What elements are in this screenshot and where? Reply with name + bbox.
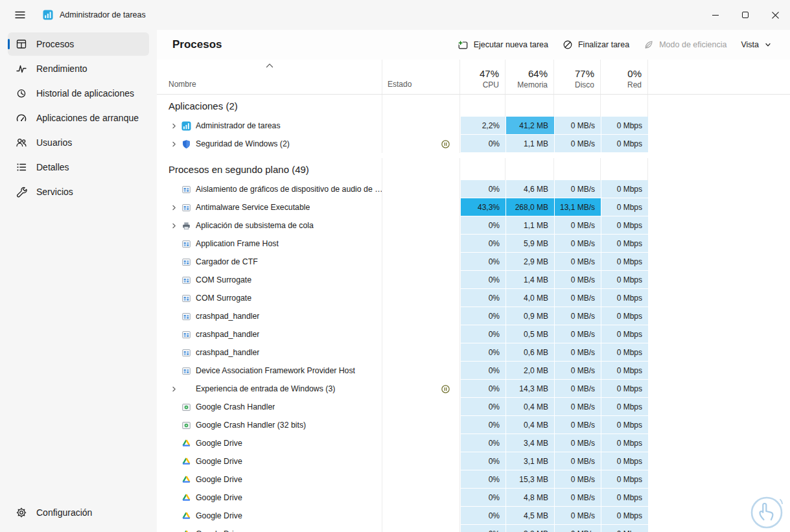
column-header-memoria[interactable]: 64% Memoria bbox=[505, 60, 554, 94]
expand-chevron-icon[interactable] bbox=[170, 122, 181, 130]
process-row[interactable]: Aplicación de subsistema de cola0%1,1 MB… bbox=[157, 216, 790, 235]
process-row[interactable]: Antimalware Service Executable43,3%268,0… bbox=[157, 198, 790, 216]
process-row[interactable]: Experiencia de entrada de Windows (3)0%1… bbox=[157, 380, 790, 398]
process-row[interactable]: Aislamiento de gráficos de dispositivo d… bbox=[157, 180, 790, 198]
process-status-cell bbox=[382, 180, 460, 198]
process-row[interactable]: Google Drive0%4,8 MB0 MB/s0 Mbps bbox=[157, 489, 790, 507]
sidebar-item-label: Rendimiento bbox=[36, 64, 87, 74]
process-row[interactable]: COM Surrogate0%1,4 MB0 MB/s0 Mbps bbox=[157, 271, 790, 289]
sort-ascending-icon bbox=[265, 63, 273, 68]
cpu-value-cell: 0% bbox=[460, 398, 505, 416]
disk-value-cell: 0 MB/s bbox=[554, 452, 601, 470]
network-total-percent: 0% bbox=[627, 68, 642, 79]
cpu-value-cell: 0% bbox=[460, 271, 505, 289]
process-row[interactable]: crashpad_handler0%0,6 MB0 MB/s0 Mbps bbox=[157, 343, 790, 362]
process-status-cell bbox=[382, 271, 460, 289]
sidebar-item-procesos[interactable]: Procesos bbox=[8, 32, 149, 56]
process-row[interactable]: Device Association Framework Provider Ho… bbox=[157, 362, 790, 380]
process-row[interactable]: Seguridad de Windows (2)0%1,1 MB0 MB/s0 … bbox=[157, 135, 790, 153]
process-row[interactable]: crashpad_handler0%0,9 MB0 MB/s0 Mbps bbox=[157, 307, 790, 325]
cpu-value-cell: 0% bbox=[460, 362, 505, 380]
network-value-cell: 0 Mbps bbox=[601, 452, 648, 470]
process-name: crashpad_handler bbox=[196, 312, 259, 321]
process-row[interactable]: Google Drive0%3,4 MB0 MB/s0 Mbps bbox=[157, 434, 790, 452]
process-row[interactable]: Cargador de CTF0%2,9 MB0 MB/s0 Mbps bbox=[157, 253, 790, 271]
network-value-cell: 0 Mbps bbox=[601, 434, 648, 452]
process-row[interactable]: Google Drive0%3,1 MB0 MB/s0 Mbps bbox=[157, 452, 790, 470]
sidebar-item-usuarios[interactable]: Usuarios bbox=[8, 131, 149, 154]
cpu-value-cell: 0% bbox=[460, 253, 505, 271]
expand-chevron-icon[interactable] bbox=[170, 203, 181, 212]
process-name-cell: COM Surrogate bbox=[157, 289, 382, 307]
cpu-value-cell: 0% bbox=[460, 325, 505, 343]
sidebar-item-configuracion[interactable]: Configuración bbox=[8, 501, 149, 524]
sidebar-item-historial-aplicaciones[interactable]: Historial de aplicaciones bbox=[8, 82, 149, 105]
efficiency-mode-button[interactable]: Modo de eficiencia bbox=[637, 35, 733, 54]
network-value-cell: 0 Mbps bbox=[601, 289, 648, 307]
disk-value-cell: 0 MB/s bbox=[554, 507, 601, 525]
window-icon bbox=[181, 275, 191, 285]
printer-icon bbox=[181, 220, 191, 231]
network-value-cell: 0 Mbps bbox=[601, 271, 648, 289]
close-button[interactable] bbox=[760, 0, 790, 30]
sidebar: Procesos Rendimiento Historial de aplica… bbox=[0, 30, 157, 532]
process-name-cell: Antimalware Service Executable bbox=[157, 198, 382, 216]
process-name-cell: Cargador de CTF bbox=[157, 253, 382, 271]
hamburger-menu-button[interactable] bbox=[9, 5, 31, 25]
view-menu-button[interactable]: Vista bbox=[734, 36, 778, 54]
window-icon bbox=[181, 329, 191, 340]
disk-value-cell: 0 MB/s bbox=[554, 135, 601, 153]
column-header-cpu[interactable]: 47% CPU bbox=[460, 60, 505, 94]
sidebar-item-detalles[interactable]: Detalles bbox=[8, 156, 149, 179]
process-row[interactable]: Google Drive0%3,2 MB0 MB/s0 Mbps bbox=[157, 525, 790, 532]
process-row[interactable]: Google Crash Handler0%0,4 MB0 MB/s0 Mbps bbox=[157, 398, 790, 416]
process-name: Experiencia de entrada de Windows (3) bbox=[196, 384, 335, 393]
row-spacer bbox=[648, 117, 790, 135]
column-header-disco[interactable]: 77% Disco bbox=[554, 60, 601, 94]
column-header-nombre[interactable]: Nombre bbox=[157, 60, 382, 94]
startup-apps-icon bbox=[16, 112, 27, 124]
group-status-cell bbox=[382, 95, 460, 117]
minimize-icon bbox=[712, 15, 719, 16]
process-row[interactable]: crashpad_handler0%0,5 MB0 MB/s0 Mbps bbox=[157, 325, 790, 343]
process-status-cell bbox=[382, 362, 460, 380]
minimize-button[interactable] bbox=[701, 0, 730, 30]
sidebar-item-servicios[interactable]: Servicios bbox=[8, 180, 149, 203]
row-spacer bbox=[648, 507, 790, 525]
network-value-cell: 0 Mbps bbox=[601, 525, 648, 532]
process-name-cell: Experiencia de entrada de Windows (3) bbox=[157, 380, 382, 398]
network-value-cell: 0 Mbps bbox=[601, 416, 648, 434]
disk-value-cell: 0 MB/s bbox=[554, 489, 601, 507]
expand-chevron-icon[interactable] bbox=[170, 385, 181, 393]
column-header-estado[interactable]: Estado bbox=[382, 60, 460, 94]
memory-value-cell: 3,4 MB bbox=[505, 434, 554, 452]
maximize-button[interactable] bbox=[730, 0, 760, 30]
sidebar-item-aplicaciones-arranque[interactable]: Aplicaciones de arranque bbox=[8, 106, 149, 130]
process-row[interactable]: Google Drive0%4,5 MB0 MB/s0 Mbps bbox=[157, 507, 790, 525]
gdrive-icon bbox=[181, 474, 191, 485]
toolbar: Procesos Ejecutar nueva tarea bbox=[157, 30, 790, 60]
sidebar-item-rendimiento[interactable]: Rendimiento bbox=[8, 57, 149, 80]
network-value-cell: 0 Mbps bbox=[601, 362, 648, 380]
process-row[interactable]: COM Surrogate0%4,0 MB0 MB/s0 Mbps bbox=[157, 289, 790, 307]
end-task-button[interactable]: Finalizar tarea bbox=[556, 35, 636, 54]
process-row[interactable]: Google Crash Handler (32 bits)0%0,4 MB0 … bbox=[157, 416, 790, 434]
disk-value-cell: 0 MB/s bbox=[554, 434, 601, 452]
process-row[interactable]: Google Drive0%15,3 MB0 MB/s0 Mbps bbox=[157, 470, 790, 489]
performance-icon bbox=[16, 63, 27, 75]
memory-value-cell: 15,3 MB bbox=[505, 470, 554, 489]
process-name-cell: crashpad_handler bbox=[157, 343, 382, 362]
row-spacer bbox=[648, 470, 790, 489]
column-header-red[interactable]: 0% Red bbox=[601, 60, 648, 94]
process-name: Google Drive bbox=[196, 493, 242, 502]
process-status-cell bbox=[382, 253, 460, 271]
process-row[interactable]: Administrador de tareas2,2%41,2 MB0 MB/s… bbox=[157, 117, 790, 135]
expand-chevron-icon[interactable] bbox=[170, 140, 181, 148]
process-name: crashpad_handler bbox=[196, 348, 259, 357]
expand-chevron-icon[interactable] bbox=[170, 222, 181, 230]
group-header-row[interactable]: Procesos en segundo plano (49) bbox=[157, 158, 790, 180]
run-new-task-button[interactable]: Ejecutar nueva tarea bbox=[451, 35, 555, 55]
process-row[interactable]: Application Frame Host0%5,9 MB0 MB/s0 Mb… bbox=[157, 235, 790, 253]
group-header-row[interactable]: Aplicaciones (2) bbox=[157, 95, 790, 117]
network-value-cell: 0 Mbps bbox=[601, 216, 648, 235]
